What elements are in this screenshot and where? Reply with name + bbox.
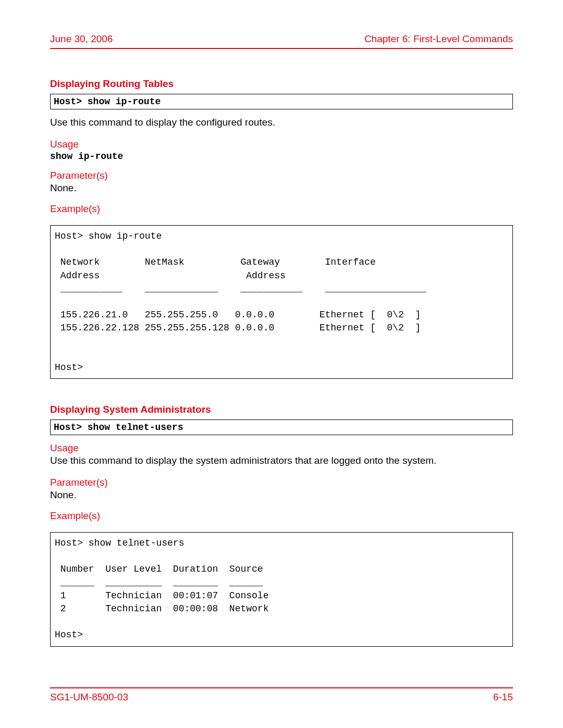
section2-parameters-value: None.	[50, 489, 513, 501]
page-footer: SG1-UM-8500-03 6-15	[50, 687, 513, 703]
footer-page-num: 6-15	[493, 692, 513, 703]
section1-parameters-label: Parameter(s)	[50, 170, 513, 181]
section1-description: Use this command to display the configur…	[50, 117, 513, 128]
section1-parameters-value: None.	[50, 182, 513, 194]
section2-command-box: Host> show telnet-users	[50, 419, 513, 435]
section2-parameters-label: Parameter(s)	[50, 477, 513, 488]
page-container: June 30, 2006 Chapter 6: First-Level Com…	[0, 0, 563, 698]
section1-example-box: Host> show ip-route Network NetMask Gate…	[50, 225, 513, 379]
section2-title: Displaying System Administrators	[50, 404, 513, 415]
footer-doc-id: SG1-UM-8500-03	[50, 692, 128, 703]
section2-usage-label: Usage	[50, 442, 513, 454]
page-header: June 30, 2006 Chapter 6: First-Level Com…	[50, 33, 513, 48]
header-rule	[50, 48, 513, 49]
section2-usage-desc: Use this command to display the system a…	[50, 455, 513, 466]
section2-example-box: Host> show telnet-users Number User Leve…	[50, 532, 513, 647]
section1-command-box: Host> show ip-route	[50, 94, 513, 109]
section1-usage-label: Usage	[50, 139, 513, 150]
section1-title: Displaying Routing Tables	[50, 78, 513, 90]
header-chapter: Chapter 6: First-Level Commands	[364, 33, 513, 45]
section1-examples-label: Example(s)	[50, 203, 513, 215]
section2-examples-label: Example(s)	[50, 510, 513, 522]
header-date: June 30, 2006	[50, 33, 113, 45]
section1-usage-cmd: show ip-route	[50, 151, 513, 162]
